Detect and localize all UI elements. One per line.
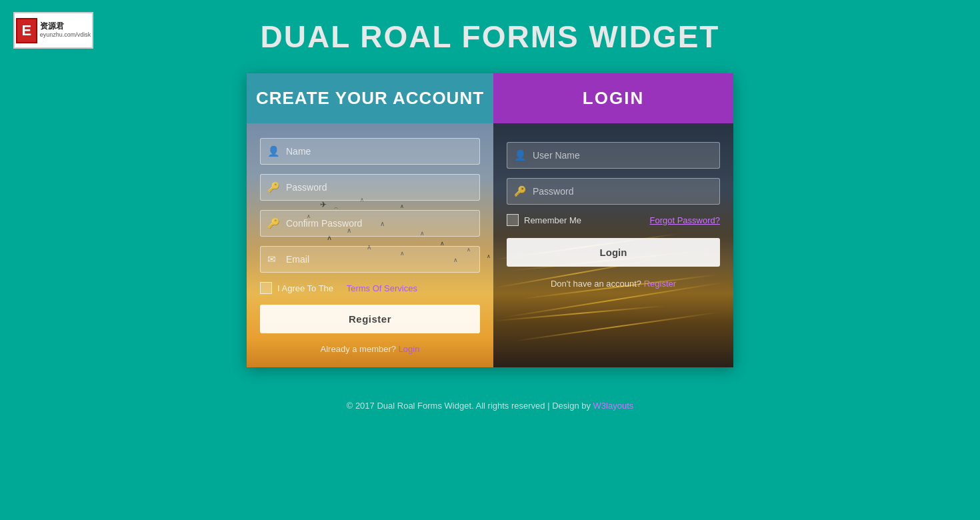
register-button[interactable]: Register: [260, 305, 480, 333]
create-account-header: CREATE YOUR ACCOUNT: [247, 73, 493, 123]
terms-checkbox[interactable]: [260, 282, 272, 294]
login-form-area: 👤 🔑 Remember Me Forgot Password? Login: [493, 123, 733, 302]
dual-form: ✈ ⌒ ∧ ∧ ∧ ∧ ∧ ∧ ∧ ∧ ∧ ∧ ∧ ∧ ∧ CREATE YOU…: [247, 73, 733, 367]
logo: E 资源君 eyunzhu.com/vdisk: [13, 12, 93, 49]
logo-e-letter: E: [16, 18, 37, 43]
person-icon: 👤: [267, 145, 280, 157]
already-member-text: Already a member?: [321, 344, 396, 354]
already-member: Already a member? Login: [260, 344, 480, 354]
login-password-input[interactable]: [507, 178, 720, 205]
login-button[interactable]: Login: [507, 238, 720, 267]
widget-container: ✈ ⌒ ∧ ∧ ∧ ∧ ∧ ∧ ∧ ∧ ∧ ∧ ∧ ∧ ∧ CREATE YOU…: [0, 73, 980, 367]
key-icon-2: 🔑: [267, 217, 280, 229]
login-panel: LOGIN 👤 🔑 Remember Me Forgot Passwor: [493, 73, 733, 367]
footer-copyright: © 2017 Dual Roal Forms Widget. All right…: [347, 401, 591, 411]
terms-link[interactable]: Terms Of Services: [347, 283, 417, 293]
email-group: ✉: [260, 246, 480, 273]
login-key-icon: 🔑: [514, 185, 527, 197]
create-form-area: 👤 🔑 🔑 ✉ I Agree To The Ter: [247, 123, 493, 367]
designer-link[interactable]: W3layouts: [593, 401, 634, 411]
password-input[interactable]: [260, 174, 480, 201]
username-input[interactable]: [507, 142, 720, 169]
page-title: DUAL ROAL FORMS WIDGET: [0, 0, 980, 55]
terms-label: I Agree To The: [277, 283, 333, 293]
login-link[interactable]: Login: [399, 344, 420, 354]
confirm-password-input[interactable]: [260, 210, 480, 237]
forgot-password-link[interactable]: Forgot Password?: [650, 215, 721, 225]
remember-left: Remember Me: [507, 214, 581, 226]
logo-chinese-name: 资源君: [40, 21, 91, 32]
terms-row: I Agree To The Terms Of Services: [260, 282, 480, 294]
no-account-text: Don't have an account?: [551, 279, 641, 289]
name-group: 👤: [260, 138, 480, 165]
name-input[interactable]: [260, 138, 480, 165]
confirm-password-group: 🔑: [260, 210, 480, 237]
email-icon: ✉: [267, 253, 276, 265]
username-group: 👤: [507, 142, 720, 169]
remember-me-label: Remember Me: [524, 215, 581, 225]
register-link[interactable]: Register: [644, 279, 676, 289]
login-password-group: 🔑: [507, 178, 720, 205]
logo-url: eyunzhu.com/vdisk: [40, 31, 91, 39]
no-account: Don't have an account? Register: [507, 279, 720, 289]
create-panel: ✈ ⌒ ∧ ∧ ∧ ∧ ∧ ∧ ∧ ∧ ∧ ∧ ∧ ∧ ∧ CREATE YOU…: [247, 73, 493, 367]
key-icon: 🔑: [267, 181, 280, 193]
login-header: LOGIN: [493, 73, 733, 123]
email-input[interactable]: [260, 246, 480, 273]
remember-row: Remember Me Forgot Password?: [507, 214, 720, 226]
remember-checkbox[interactable]: [507, 214, 519, 226]
user-icon: 👤: [514, 149, 527, 161]
password-group: 🔑: [260, 174, 480, 201]
footer: © 2017 Dual Roal Forms Widget. All right…: [0, 401, 980, 411]
